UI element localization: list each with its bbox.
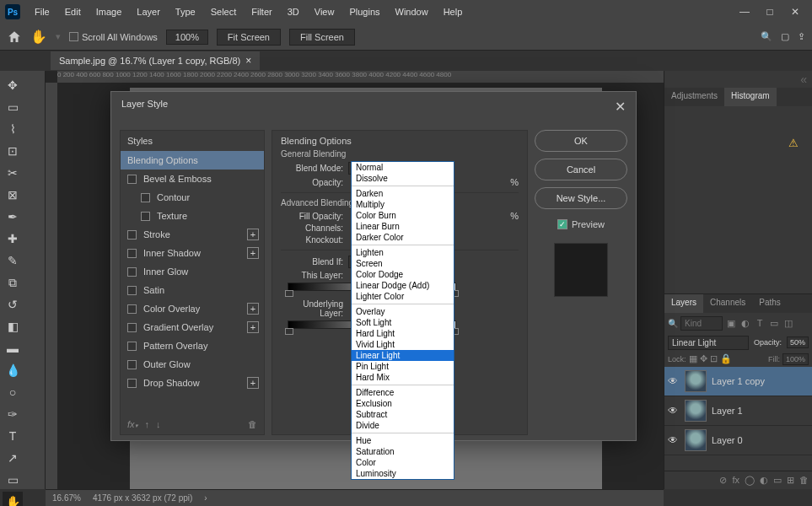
style-label: Blending Options xyxy=(127,155,198,165)
style-row-pattern-overlay[interactable]: Pattern Overlay xyxy=(121,336,264,355)
style-row-outer-glow[interactable]: Outer Glow xyxy=(121,355,264,374)
section-title: Blending Options xyxy=(281,136,519,146)
underlying-label: Underlying Layer: xyxy=(281,299,343,318)
blend-option-normal[interactable]: Normal xyxy=(352,162,454,173)
style-checkbox[interactable] xyxy=(127,267,137,277)
style-row-texture[interactable]: Texture xyxy=(121,207,264,225)
blend-option-darken[interactable]: Darken xyxy=(352,188,454,199)
style-row-blending-options[interactable]: Blending Options xyxy=(121,151,264,170)
blend-option-pin-light[interactable]: Pin Light xyxy=(352,361,454,372)
fill-opacity-label: Fill Opacity: xyxy=(281,212,343,221)
separator xyxy=(352,245,454,245)
blend-mode-dropdown[interactable]: NormalDissolveDarkenMultiplyColor BurnLi… xyxy=(351,161,454,480)
plus-icon[interactable]: + xyxy=(247,303,259,315)
blend-option-color[interactable]: Color xyxy=(352,457,454,468)
blend-option-linear-light[interactable]: Linear Light xyxy=(352,350,454,361)
separator xyxy=(352,304,454,304)
style-checkbox[interactable] xyxy=(127,249,137,258)
style-row-inner-shadow[interactable]: Inner Shadow+ xyxy=(121,244,264,262)
blend-mode-label: Blend Mode: xyxy=(281,164,343,173)
pct-label: % xyxy=(510,177,519,187)
style-row-contour[interactable]: Contour xyxy=(121,188,264,207)
blend-option-linear-burn[interactable]: Linear Burn xyxy=(352,221,454,232)
blend-option-exclusion[interactable]: Exclusion xyxy=(352,398,454,409)
blend-option-vivid-light[interactable]: Vivid Light xyxy=(352,339,454,350)
style-label: Gradient Overlay xyxy=(143,322,213,332)
trash-icon[interactable]: 🗑 xyxy=(248,419,257,429)
plus-icon[interactable]: + xyxy=(247,247,259,259)
blend-option-overlay[interactable]: Overlay xyxy=(352,306,454,317)
blend-option-hue[interactable]: Hue xyxy=(352,435,454,446)
blend-option-multiply[interactable]: Multiply xyxy=(352,199,454,210)
preview-label: Preview xyxy=(572,219,605,229)
style-checkbox[interactable] xyxy=(127,286,137,295)
style-label: Stroke xyxy=(143,229,170,240)
blend-if-label: Blend If: xyxy=(281,257,343,266)
style-row-bevel-emboss[interactable]: Bevel & Emboss xyxy=(121,170,264,188)
arrow-up-icon[interactable]: ↑ xyxy=(145,419,150,429)
blend-option-dissolve[interactable]: Dissolve xyxy=(352,173,454,184)
style-label: Texture xyxy=(157,211,187,221)
arrow-down-icon[interactable]: ↓ xyxy=(156,419,161,429)
blend-option-difference[interactable]: Difference xyxy=(352,387,454,398)
preview-checkbox[interactable]: ✓ xyxy=(557,219,567,229)
style-label: Outer Glow xyxy=(143,359,191,369)
style-label: Pattern Overlay xyxy=(143,341,207,351)
style-checkbox[interactable] xyxy=(127,379,137,388)
new-style-button[interactable]: New Style... xyxy=(535,187,627,209)
fx-icon[interactable]: fx▾ xyxy=(127,419,138,429)
blend-option-linear-dodge-add-[interactable]: Linear Dodge (Add) xyxy=(352,280,454,291)
this-layer-label: This Layer: xyxy=(281,271,343,280)
blend-option-screen[interactable]: Screen xyxy=(352,258,454,269)
separator xyxy=(352,186,454,186)
opacity-label: Opacity: xyxy=(281,178,343,187)
blend-option-luminosity[interactable]: Luminosity xyxy=(352,468,454,479)
style-label: Color Overlay xyxy=(143,304,200,314)
style-row-gradient-overlay[interactable]: Gradient Overlay+ xyxy=(121,318,264,336)
blend-option-divide[interactable]: Divide xyxy=(352,420,454,431)
style-label: Satin xyxy=(143,285,164,295)
blend-option-lighter-color[interactable]: Lighter Color xyxy=(352,291,454,302)
style-checkbox[interactable] xyxy=(127,323,137,332)
style-checkbox[interactable] xyxy=(127,175,137,184)
style-label: Bevel & Emboss xyxy=(143,174,212,184)
preview-swatch xyxy=(554,243,608,297)
style-row-drop-shadow[interactable]: Drop Shadow+ xyxy=(121,374,264,392)
style-checkbox[interactable] xyxy=(127,342,137,351)
general-blending-label: General Blending xyxy=(281,149,519,159)
separator xyxy=(352,385,454,385)
blend-option-darker-color[interactable]: Darker Color xyxy=(352,232,454,243)
knockout-label: Knockout: xyxy=(281,235,343,245)
blend-option-soft-light[interactable]: Soft Light xyxy=(352,317,454,328)
close-icon[interactable]: ✕ xyxy=(615,99,626,115)
plus-icon[interactable]: + xyxy=(247,229,259,240)
cancel-button[interactable]: Cancel xyxy=(535,159,627,180)
style-checkbox[interactable] xyxy=(127,360,137,369)
blend-option-hard-mix[interactable]: Hard Mix xyxy=(352,372,454,383)
style-label: Drop Shadow xyxy=(143,378,200,388)
blend-option-saturation[interactable]: Saturation xyxy=(352,446,454,457)
style-label: Inner Shadow xyxy=(143,248,201,258)
blend-option-subtract[interactable]: Subtract xyxy=(352,409,454,420)
style-checkbox[interactable] xyxy=(141,212,150,221)
style-label: Contour xyxy=(157,192,190,202)
style-checkbox[interactable] xyxy=(127,304,137,314)
styles-header: Styles xyxy=(121,131,264,151)
dialog-title: Layer Style xyxy=(121,99,168,115)
blend-option-lighten[interactable]: Lighten xyxy=(352,247,454,258)
style-checkbox[interactable] xyxy=(141,193,150,202)
ok-button[interactable]: OK xyxy=(535,130,627,152)
style-checkbox[interactable] xyxy=(127,230,137,240)
plus-icon[interactable]: + xyxy=(247,377,259,389)
blend-option-color-dodge[interactable]: Color Dodge xyxy=(352,269,454,280)
blend-option-hard-light[interactable]: Hard Light xyxy=(352,328,454,339)
plus-icon[interactable]: + xyxy=(247,321,259,333)
style-row-stroke[interactable]: Stroke+ xyxy=(121,225,264,244)
separator xyxy=(352,433,454,433)
blend-option-color-burn[interactable]: Color Burn xyxy=(352,210,454,221)
style-label: Inner Glow xyxy=(143,266,188,277)
style-row-color-overlay[interactable]: Color Overlay+ xyxy=(121,299,264,318)
style-row-inner-glow[interactable]: Inner Glow xyxy=(121,262,264,281)
channels-label: Channels: xyxy=(281,223,343,233)
style-row-satin[interactable]: Satin xyxy=(121,281,264,299)
